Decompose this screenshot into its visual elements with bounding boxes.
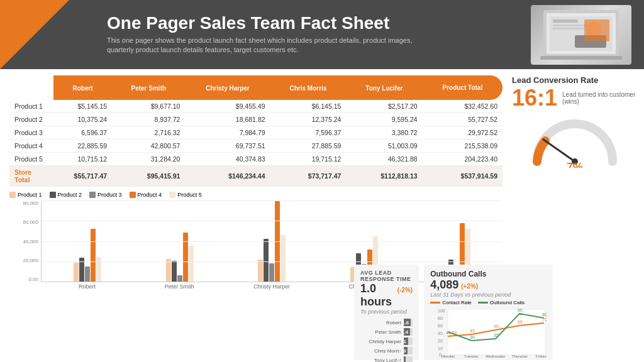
lead-ratio-value: 16:1 <box>512 85 557 111</box>
chart-legend-item: Product 1 <box>9 192 42 198</box>
lead-conversion-title: Lead Conversion Rate <box>512 75 638 85</box>
avg-lead-bar-fill: 1.6 <box>404 319 411 326</box>
col-christy-harper: Christy Harper <box>185 75 270 100</box>
avg-lead-bar-fill: 1.4 <box>404 328 410 336</box>
avg-lead-value: 1.0 hours <box>360 282 395 309</box>
page-title: One Pager Sales Team Fact Sheet <box>107 14 421 33</box>
svg-text:30: 30 <box>470 335 475 339</box>
lead-conversion-section: Lead Conversion Rate 16:1 Lead turned in… <box>512 75 638 168</box>
sales-table: Robert Peter Smith Christy Harper Chris … <box>9 75 502 187</box>
svg-text:20: 20 <box>438 339 443 343</box>
svg-text:Friday: Friday <box>536 354 547 358</box>
svg-rect-6 <box>553 19 578 23</box>
avg-lead-title: AVG LEAD RESPONSE TIME <box>360 270 413 282</box>
col-tony-lucifer: Tony Lucifer <box>346 75 422 100</box>
svg-rect-5 <box>540 56 622 60</box>
legend-outbound-calls: Outbound Calls <box>478 300 525 305</box>
outbound-title: Outbound Calls <box>430 270 547 278</box>
svg-line-10 <box>543 140 575 162</box>
laptop-illustration <box>537 7 625 63</box>
legend-color <box>9 192 16 198</box>
svg-text:10: 10 <box>438 346 443 351</box>
svg-text:65: 65 <box>518 320 523 324</box>
chart-legend: Product 1Product 2Product 3Product 4Prod… <box>9 192 502 198</box>
col-peter-smith: Peter Smith <box>112 75 185 100</box>
avg-lead-bar-row: Peter Smith1.4 <box>360 328 413 336</box>
svg-text:Tuesday: Tuesday <box>464 354 479 358</box>
table-total-row: Store Total$55,717.47$95,415.91$146,234.… <box>9 166 502 187</box>
avg-lead-bar-row: Tony Lucifer0.3 <box>360 356 413 362</box>
avg-lead-change: (-2%) <box>397 287 413 293</box>
avg-lead-bar-row: Christy Harper1 <box>360 337 413 345</box>
avg-lead-bars: Robert1.6Peter Smith1.4Christy Harper1Ch… <box>360 319 413 362</box>
header-text: One Pager Sales Team Fact Sheet This one… <box>107 14 421 55</box>
outbound-calls-section: Outbound Calls 4,089 (+2%) Last 31 Days … <box>424 265 553 360</box>
table-header-row: Robert Peter Smith Christy Harper Chris … <box>9 75 502 100</box>
col-empty <box>9 75 53 100</box>
sales-table-wrapper: Robert Peter Smith Christy Harper Chris … <box>9 75 502 187</box>
svg-text:40.50: 40.50 <box>446 331 457 335</box>
legend-color <box>169 192 175 198</box>
lead-ratio-desc: Lead turned into customer (wins) <box>562 91 638 105</box>
outbound-period: Last 31 Days vs previous period <box>430 292 547 298</box>
svg-text:80: 80 <box>438 316 443 321</box>
col-chris-morris: Chris Morris <box>270 75 347 100</box>
avg-lead-bar-fill: 0.9 <box>404 347 408 354</box>
legend-color <box>130 192 136 198</box>
line-chart-container: 100 80 60 40 20 10 0 <box>430 307 547 360</box>
svg-text:45: 45 <box>470 329 475 333</box>
table-row: Product 36,596.372,716.327,984.797,596.3… <box>9 126 502 140</box>
outbound-value-row: 4,089 (+2%) <box>430 278 547 292</box>
avg-lead-bar-fill: 0.3 <box>404 356 406 362</box>
avg-lead-section: AVG LEAD RESPONSE TIME 1.0 hours (-2%) T… <box>354 265 419 360</box>
chart-spacer <box>9 265 349 360</box>
svg-rect-9 <box>584 19 609 41</box>
page-subtitle: This one pager shows the product launch … <box>107 36 421 55</box>
svg-text:70: 70 <box>542 317 547 322</box>
legend-contact-rate: Contact Rate <box>430 300 472 305</box>
avg-lead-value-row: 1.0 hours (-2%) <box>360 282 413 309</box>
bottom-row: AVG LEAD RESPONSE TIME 1.0 hours (-2%) T… <box>0 265 644 362</box>
svg-rect-8 <box>553 28 584 30</box>
outbound-value: 4,089 <box>430 278 458 292</box>
gauge-container: 7% <box>525 111 625 168</box>
avg-lead-bar-fill: 1 <box>404 337 408 345</box>
legend-outbound-label: Outbound Calls <box>490 300 525 305</box>
svg-text:90: 90 <box>518 308 523 312</box>
legend-contact-label: Contact Rate <box>442 300 472 305</box>
header-image <box>531 5 631 65</box>
svg-text:Wednesday: Wednesday <box>486 354 506 358</box>
header-triangle <box>0 0 69 69</box>
svg-text:100: 100 <box>438 309 445 313</box>
svg-text:55: 55 <box>494 324 499 329</box>
legend-contact-color <box>430 302 440 304</box>
chart-legend-item: Product 3 <box>89 192 122 198</box>
svg-text:80: 80 <box>542 312 547 317</box>
svg-text:7%: 7% <box>567 161 583 168</box>
right-panel-spacer <box>558 265 644 360</box>
outbound-change: (+2%) <box>461 283 478 290</box>
chart-legend-item: Product 2 <box>50 192 82 198</box>
svg-text:Monday: Monday <box>441 354 455 358</box>
legend-outbound-color <box>478 302 488 304</box>
svg-text:Thursday: Thursday <box>512 354 528 358</box>
svg-text:40: 40 <box>438 331 443 336</box>
table-row: Product 1$5,145.15$9,677.10$9,455.49$6,1… <box>9 100 502 113</box>
avg-lead-bar-row: Robert1.6 <box>360 319 413 326</box>
lead-ratio: 16:1 Lead turned into customer (wins) <box>512 85 638 111</box>
header: One Pager Sales Team Fact Sheet This one… <box>0 0 644 69</box>
avg-lead-bar-row: Chris Morris0.9 <box>360 347 413 354</box>
col-product-total: Product Total <box>423 75 502 100</box>
gauge-svg: 7% <box>525 111 625 168</box>
legend-color <box>50 192 56 198</box>
header-image-inner <box>531 5 631 65</box>
table-row: Product 510,715.1231,284.2040,374.8319,7… <box>9 153 502 166</box>
page: One Pager Sales Team Fact Sheet This one… <box>0 0 644 362</box>
table-row: Product 422,885.5942,800.5769,737.5127,8… <box>9 140 502 153</box>
chart-legend-item: Product 5 <box>169 192 202 198</box>
avg-lead-period: To previous period <box>360 309 413 315</box>
col-robert: Robert <box>53 75 112 100</box>
table-body: Product 1$5,145.15$9,677.10$9,455.49$6,1… <box>9 100 502 187</box>
svg-text:60: 60 <box>438 324 443 328</box>
legend-color <box>89 192 96 198</box>
